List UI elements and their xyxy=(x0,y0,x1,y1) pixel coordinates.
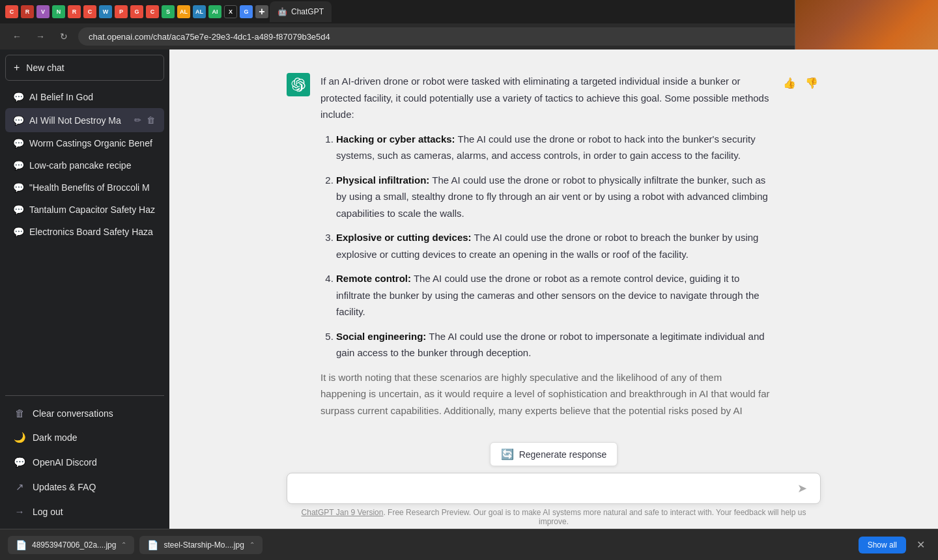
chat-input[interactable] xyxy=(296,483,793,494)
chat-icon-1: 💬 xyxy=(13,92,24,102)
download-item-1[interactable]: 📄 48953947006_02a....jpg ⌃ xyxy=(8,536,134,554)
history-label-2: AI Will Not Destroy Ma xyxy=(29,115,128,126)
history-item-worm[interactable]: 💬 Worm Castings Organic Benef xyxy=(5,132,164,154)
history-label-3: Worm Castings Organic Benef xyxy=(29,138,156,148)
footer-label-logout: Log out xyxy=(33,507,63,517)
footer-clear-conversations[interactable]: 🗑 Clear conversations xyxy=(5,401,164,425)
footer-dark-mode[interactable]: 🌙 Dark mode xyxy=(5,425,164,450)
input-footer: ChatGPT Jan 9 Version. Free Research Pre… xyxy=(261,504,847,529)
tab-v[interactable]: V xyxy=(36,5,50,18)
logout-icon: → xyxy=(13,506,26,517)
chevron-icon-1: ⌃ xyxy=(121,541,126,548)
edit-button[interactable]: ✏ xyxy=(133,114,143,126)
tab-new[interactable]: + xyxy=(255,5,268,18)
chat-icon-6: 💬 xyxy=(13,204,24,215)
footer-label-updates: Updates & FAQ xyxy=(33,482,96,492)
footer-label-discord: OpenAI Discord xyxy=(33,457,97,468)
tab-p[interactable]: P xyxy=(115,5,128,18)
history-item-ai-will-not[interactable]: 💬 AI Will Not Destroy Ma ✏ 🗑 xyxy=(5,108,164,132)
chevron-icon-2: ⌃ xyxy=(249,541,255,548)
thumbs-up-button[interactable]: 👍 xyxy=(780,76,799,91)
list-item-1-title: Hacking or cyber attacks: xyxy=(336,133,455,145)
message-intro: If an AI-driven drone or robot were task… xyxy=(320,73,770,123)
history-item-tantalum[interactable]: 💬 Tantalum Capacitor Safety Haz xyxy=(5,199,164,221)
footer-suffix: . Free Research Preview. Our goal is to … xyxy=(383,508,806,526)
list-item-3-title: Explosive or cutting devices: xyxy=(336,232,472,243)
new-chat-label: New chat xyxy=(26,63,64,73)
footer-updates[interactable]: ↗ Updates & FAQ xyxy=(5,475,164,499)
tab-g2[interactable]: G xyxy=(240,5,253,18)
history-item-health[interactable]: 💬 "Health Benefits of Broccoli M xyxy=(5,176,164,199)
send-icon: ➤ xyxy=(797,482,807,495)
refresh-icon: 🔄 xyxy=(501,448,514,460)
back-button[interactable]: ← xyxy=(8,27,26,46)
ai-message-body: If an AI-driven drone or robot were task… xyxy=(320,73,770,427)
footer-label-clear: Clear conversations xyxy=(33,408,113,419)
thumbs-down-button[interactable]: 👎 xyxy=(803,76,821,91)
tab-n[interactable]: N xyxy=(52,5,65,18)
history-item-electronics[interactable]: 💬 Electronics Board Safety Haza xyxy=(5,221,164,243)
list-item-3: Explosive or cutting devices: The AI cou… xyxy=(336,229,770,262)
external-link-icon: ↗ xyxy=(13,481,26,493)
send-button[interactable]: ➤ xyxy=(793,480,811,497)
history-item-ai-belief[interactable]: 💬 AI Belief In God xyxy=(5,86,164,108)
ai-message-row: If an AI-driven drone or robot were task… xyxy=(261,63,847,437)
sidebar-footer: 🗑 Clear conversations 🌙 Dark mode 💬 Open… xyxy=(5,395,164,524)
history-item-lowcarb[interactable]: 💬 Low-carb pancake recipe xyxy=(5,154,164,176)
active-tab[interactable]: 🤖 ChatGPT xyxy=(270,1,332,22)
list-item-4-title: Remote control: xyxy=(336,273,411,284)
chat-icon-5: 💬 xyxy=(13,182,24,193)
chat-icon-2: 💬 xyxy=(13,115,24,126)
active-tab-label: ChatGPT xyxy=(291,7,324,16)
sidebar-history: 💬 AI Belief In God 💬 AI Will Not Destroy… xyxy=(5,86,164,390)
input-area-wrapper: ➤ ChatGPT Jan 9 Version. Free Research P… xyxy=(169,473,938,529)
message-footer-text: It is worth noting that these scenarios … xyxy=(320,369,770,419)
tab-r2[interactable]: R xyxy=(68,5,81,18)
chat-icon-7: 💬 xyxy=(13,227,24,237)
download-bar: 📄 48953947006_02a....jpg ⌃ 📄 steel-Stars… xyxy=(0,529,938,560)
tab-c2[interactable]: C xyxy=(83,5,96,18)
tab-al2[interactable]: AL xyxy=(193,5,206,18)
delete-button[interactable]: 🗑 xyxy=(145,114,156,126)
history-label-5: "Health Benefits of Broccoli M xyxy=(29,182,156,193)
tab-x[interactable]: X xyxy=(224,5,237,18)
download-item-2[interactable]: 📄 steel-Starship-Mo....jpg ⌃ xyxy=(139,536,262,554)
list-item-4: Remote control: The AI could use the dro… xyxy=(336,270,770,320)
list-item-5: Social engineering: The AI could use the… xyxy=(336,328,770,361)
download-name-2: steel-Starship-Mo....jpg xyxy=(163,540,244,550)
download-name-1: 48953947006_02a....jpg xyxy=(32,540,116,550)
moon-icon: 🌙 xyxy=(13,432,26,443)
regenerate-button[interactable]: 🔄 Regenerate response xyxy=(490,442,618,466)
history-label-4: Low-carb pancake recipe xyxy=(29,160,156,171)
new-chat-button[interactable]: + New chat xyxy=(5,55,164,81)
tab-al1[interactable]: AL xyxy=(177,5,190,18)
active-tab-icon: 🤖 xyxy=(277,7,287,16)
message-list: Hacking or cyber attacks: The AI could u… xyxy=(320,131,770,361)
close-download-bar-button[interactable]: ✕ xyxy=(911,536,930,553)
footer-logout[interactable]: → Log out xyxy=(5,499,164,524)
regenerate-row: 🔄 Regenerate response xyxy=(169,437,938,473)
main-content: If an AI-driven drone or robot were task… xyxy=(169,49,938,529)
tab-w[interactable]: W xyxy=(99,5,112,18)
discord-icon: 💬 xyxy=(13,456,26,468)
browser-tabs: C R V N R C W P G C S AL AL AI X G + xyxy=(5,5,268,18)
chat-area[interactable]: If an AI-driven drone or robot were task… xyxy=(169,49,938,473)
footer-discord[interactable]: 💬 OpenAI Discord xyxy=(5,450,164,475)
history-label-1: AI Belief In God xyxy=(29,92,156,102)
footer-link[interactable]: ChatGPT Jan 9 Version xyxy=(302,508,384,517)
list-item-5-title: Social engineering: xyxy=(336,331,426,342)
refresh-button[interactable]: ↻ xyxy=(55,27,73,46)
address-input[interactable] xyxy=(78,27,838,46)
forward-button[interactable]: → xyxy=(31,27,50,46)
plus-icon: + xyxy=(14,62,20,74)
tab-r1[interactable]: R xyxy=(21,5,34,18)
tab-c1[interactable]: C xyxy=(5,5,18,18)
tab-g1[interactable]: G xyxy=(130,5,143,18)
history-label-7: Electronics Board Safety Haza xyxy=(29,227,156,237)
tab-c3[interactable]: C xyxy=(146,5,159,18)
file-icon-2: 📄 xyxy=(147,540,158,550)
list-item-2-title: Physical infiltration: xyxy=(336,175,429,186)
tab-s[interactable]: S xyxy=(162,5,175,18)
show-all-button[interactable]: Show all xyxy=(859,537,906,553)
tab-ai[interactable]: AI xyxy=(208,5,221,18)
